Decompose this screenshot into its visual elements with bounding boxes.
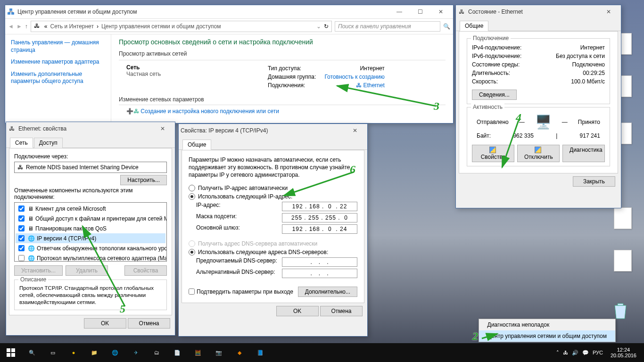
task-view-icon[interactable]: ▭ (42, 343, 63, 362)
network-type: Частная сеть (126, 71, 249, 77)
cancel-button[interactable]: Отмена (320, 306, 363, 316)
sidebar-link-sharing[interactable]: Изменить дополнительные параметры общего… (11, 71, 105, 85)
ip-address-input[interactable] (282, 202, 357, 211)
taskbar-app[interactable]: 🧮 (188, 343, 208, 362)
svg-rect-6 (11, 353, 15, 357)
diagnose-button[interactable]: Диагностика (562, 145, 605, 162)
chevron-down-icon[interactable]: ⌄ (316, 23, 321, 30)
search-icon: 🔍 (443, 23, 450, 30)
nav-back-button[interactable]: ◄ (8, 23, 14, 30)
desktop-icon[interactable] (612, 250, 634, 272)
gateway-input[interactable] (282, 224, 357, 234)
tray-clock[interactable]: 12:24 20.05.2016 (607, 347, 640, 358)
taskbar-app[interactable]: 📄 (167, 343, 188, 362)
nav-up-button[interactable]: ↑ (25, 23, 28, 30)
list-item[interactable]: 🌐Ответчик обнаружения топологии канально… (16, 243, 165, 253)
close-button[interactable]: ✕ (152, 122, 173, 135)
taskbar-app[interactable]: 📁 (84, 343, 105, 362)
list-item[interactable]: 🖥Клиент для сетей Microsoft (16, 204, 165, 214)
dns2-input[interactable] (282, 269, 357, 278)
details-button[interactable]: Сведения... (472, 90, 517, 100)
tray-volume-icon[interactable]: 🔊 (572, 350, 578, 356)
network-name: Сеть (126, 64, 249, 71)
cancel-button[interactable]: Отмена (128, 318, 170, 329)
new-connection-link[interactable]: Создание и настройка нового подключения … (140, 108, 279, 115)
svg-rect-2 (9, 8, 12, 11)
shield-icon (489, 147, 496, 153)
radio-manual-ip[interactable]: Использовать следующий IP-адрес: (189, 192, 357, 201)
desktop-icon[interactable] (612, 207, 634, 230)
access-value: Интернет (360, 65, 384, 72)
search-input[interactable]: Поиск в панели управления (335, 21, 440, 32)
radio-auto-ip[interactable]: Получить IP-адрес автоматически (189, 184, 357, 192)
tab-general[interactable]: Общие (182, 140, 211, 150)
search-icon[interactable]: 🔍 (22, 343, 42, 362)
svg-rect-5 (7, 353, 10, 357)
taskbar-app[interactable]: 🌐 (105, 343, 125, 362)
subnet-mask-input[interactable] (282, 213, 357, 222)
ok-button[interactable]: OK (276, 306, 319, 316)
sidebar-link-adapter[interactable]: Изменение параметров адаптера (11, 58, 105, 66)
components-listbox[interactable]: 🖥Клиент для сетей Microsoft 🖥Общий досту… (14, 202, 167, 262)
ctx-diagnose[interactable]: Диагностика неполадок (479, 319, 616, 330)
section-label: Изменение сетевых параметров (119, 96, 446, 103)
row-label: Длительность: (472, 70, 510, 76)
tray-language[interactable]: РУС (593, 350, 603, 355)
tab-network[interactable]: Сеть (10, 138, 33, 148)
components-label: Отмеченные компоненты используются этим … (14, 187, 167, 200)
list-item-ipv4[interactable]: 🌐IP версии 4 (TCP/IPv4) (16, 233, 165, 243)
list-item[interactable]: 🌐Протокол мультиплексора сетевого адапте… (16, 253, 165, 262)
ctx-open-network-center[interactable]: Центр управления сетями и общим доступом (479, 330, 616, 342)
minimize-button[interactable]: — (389, 5, 410, 18)
description-text: Протокол TCP/IP. Стандартный протокол гл… (19, 285, 162, 306)
ok-button[interactable]: OK (84, 318, 126, 329)
dns1-label: Предпочитаемый DNS-сервер: (196, 257, 277, 267)
sidebar-link-home[interactable]: Панель управления — домашняя страница (11, 39, 105, 54)
validate-checkbox[interactable]: Подтвердить параметры при выходе (189, 288, 293, 296)
dns1-input[interactable] (282, 257, 357, 267)
configure-button[interactable]: Настроить... (120, 175, 167, 185)
recycle-bin-icon[interactable] (612, 302, 634, 321)
install-button[interactable]: Установить... (14, 265, 63, 276)
maximize-button[interactable]: ☐ (410, 5, 430, 18)
disable-button[interactable]: Отключить (517, 145, 560, 162)
advanced-button[interactable]: Дополнительно... (298, 287, 357, 297)
tray-network-icon[interactable]: 🖧 (563, 350, 568, 355)
properties-button[interactable]: Свойства (472, 145, 514, 162)
radio-manual-dns[interactable]: Использовать следующие адреса DNS-сервер… (189, 248, 357, 256)
homegroup-link[interactable]: Готовность к созданию (324, 74, 384, 80)
tab-general[interactable]: Общие (460, 21, 488, 31)
tray-notifications-icon[interactable]: 💬 (582, 350, 589, 356)
remove-button[interactable]: Удалить (66, 265, 108, 276)
component-props-button[interactable]: Свойства (124, 265, 167, 276)
close-button[interactable]: Закрыть (573, 176, 615, 187)
taskbar-app[interactable]: ◆ (229, 343, 250, 362)
close-button[interactable]: ✕ (345, 124, 365, 137)
taskbar-app[interactable]: ✈ (125, 343, 146, 362)
adapter-name: Remote NDIS based Internet Sharing Devic… (26, 164, 139, 171)
close-button[interactable]: ✕ (430, 5, 451, 18)
start-button[interactable] (0, 343, 22, 362)
step-2-marker: 2 (472, 330, 478, 343)
page-heading: Просмотр основных сведений о сети и наст… (119, 38, 446, 46)
bytes-label: Байт: (477, 132, 491, 139)
dns2-label: Альтернативный DNS-сервер: (196, 269, 275, 278)
taskbar-app[interactable]: 📷 (208, 343, 229, 362)
tray-chevron-icon[interactable]: ˄ (556, 350, 559, 356)
close-button[interactable]: ✕ (598, 5, 619, 18)
radio-auto-dns: Получить адрес DNS-сервера автоматически (189, 239, 357, 248)
clock-date: 20.05.2016 (611, 353, 636, 358)
list-item[interactable]: 🖥Планировщик пакетов QoS (16, 223, 165, 233)
nav-fwd-button[interactable]: ► (17, 23, 22, 30)
breadcrumb-segment[interactable]: Центр управления сетями и общим доступом (101, 23, 221, 30)
homegroup-label: Домашняя группа: (268, 74, 316, 80)
step-5-marker: 5 (120, 303, 125, 315)
refresh-icon[interactable]: ↻ (324, 23, 329, 30)
taskbar-app[interactable]: ● (63, 343, 84, 362)
list-item[interactable]: 🖥Общий доступ к файлам и принтерам для с… (16, 214, 165, 223)
taskbar-app[interactable]: 🗂 (146, 343, 167, 362)
connection-ethernet-link[interactable]: 🖧 Ethernet (356, 82, 385, 89)
tab-access[interactable]: Доступ (34, 138, 63, 148)
breadcrumb-segment[interactable]: Сеть и Интернет (50, 23, 93, 30)
taskbar-app[interactable]: 📘 (250, 343, 271, 362)
